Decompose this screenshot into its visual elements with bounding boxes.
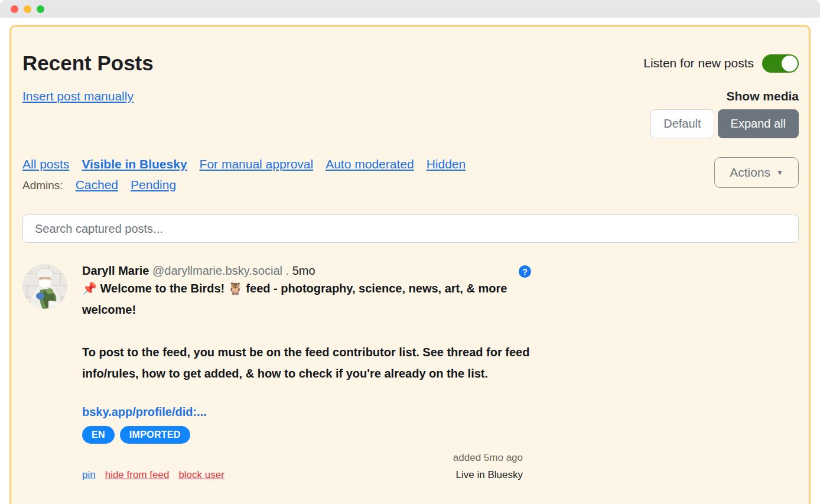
post-added-timestamp: added 5mo ago xyxy=(82,452,531,464)
filter-nav: All posts Visible in Bluesky For manual … xyxy=(22,157,466,192)
author-handle[interactable]: @daryllmarie.bsky.social xyxy=(152,264,282,277)
insert-post-link[interactable]: Insert post manually xyxy=(22,89,134,103)
chevron-down-icon: ▼ xyxy=(776,169,783,176)
post-text: 📌 Welcome to the Birds! 🦉 feed - photogr… xyxy=(82,278,531,384)
post-status: Live in Bluesky xyxy=(456,469,531,481)
post-content: Daryll Marie @daryllmarie.bsky.social . … xyxy=(82,264,531,481)
post-filter-tabs: All posts Visible in Bluesky For manual … xyxy=(22,157,466,171)
post-actions: pin hide from feed block user xyxy=(82,469,224,481)
admins-filter: Admins: Cached Pending xyxy=(22,178,466,192)
dot-separator: . xyxy=(286,264,289,277)
admins-label: Admins: xyxy=(22,179,63,192)
post-header: Daryll Marie @daryllmarie.bsky.social . … xyxy=(82,264,531,278)
header-row: Recent Posts Listen for new posts xyxy=(22,51,799,75)
hide-from-feed-link[interactable]: hide from feed xyxy=(105,469,170,481)
recent-posts-panel: Recent Posts Listen for new posts Insert… xyxy=(9,25,811,504)
tab-for-manual-approval[interactable]: For manual approval xyxy=(200,157,314,171)
actions-dropdown-button[interactable]: Actions ▼ xyxy=(714,157,799,188)
minimize-icon[interactable] xyxy=(24,5,31,13)
post-author-line: Daryll Marie @daryllmarie.bsky.social . … xyxy=(82,264,315,278)
imported-badge: IMPORTED xyxy=(120,426,190,444)
avatar-image-icon xyxy=(22,264,67,309)
show-media-buttons: Default Expand all xyxy=(650,109,799,138)
filter-row: All posts Visible in Bluesky For manual … xyxy=(22,157,799,192)
window-titlebar xyxy=(0,0,820,18)
post-item: Daryll Marie @daryllmarie.bsky.social . … xyxy=(22,264,799,481)
post-profile-link[interactable]: bsky.app/profile/did:... xyxy=(82,405,207,419)
language-badge: EN xyxy=(82,426,115,444)
zoom-icon[interactable] xyxy=(37,5,44,13)
actions-label: Actions xyxy=(730,165,770,180)
toolbar-row: Insert post manually Show media Default … xyxy=(22,89,799,138)
post-paragraph: To post to the feed, you must be on the … xyxy=(82,342,531,384)
listen-for-new-posts: Listen for new posts xyxy=(643,54,799,73)
page-title: Recent Posts xyxy=(22,51,154,75)
tab-admins-pending[interactable]: Pending xyxy=(131,178,176,192)
post-paragraph: 📌 Welcome to the Birds! 🦉 feed - photogr… xyxy=(82,278,531,320)
tab-all-posts[interactable]: All posts xyxy=(22,157,69,171)
tab-visible-in-bluesky[interactable]: Visible in Bluesky xyxy=(82,157,187,171)
show-media-controls: Show media Default Expand all xyxy=(650,89,799,138)
expand-all-button[interactable]: Expand all xyxy=(718,109,799,138)
tab-admins-cached[interactable]: Cached xyxy=(76,178,118,192)
close-icon[interactable] xyxy=(11,5,18,13)
toggle-knob-icon xyxy=(782,56,798,71)
block-user-link[interactable]: block user xyxy=(178,469,224,481)
post-badges: EN IMPORTED xyxy=(82,426,531,444)
show-media-label: Show media xyxy=(650,89,799,103)
post-age: 5mo xyxy=(292,264,315,277)
listen-label: Listen for new posts xyxy=(643,56,754,70)
default-button[interactable]: Default xyxy=(650,109,714,138)
author-name[interactable]: Daryll Marie xyxy=(82,264,149,277)
listen-toggle[interactable] xyxy=(762,54,799,73)
tab-auto-moderated[interactable]: Auto moderated xyxy=(326,157,414,171)
post-footer-row: pin hide from feed block user Live in Bl… xyxy=(82,469,531,481)
tab-hidden[interactable]: Hidden xyxy=(427,157,466,171)
search-input[interactable] xyxy=(22,214,799,243)
pin-action-link[interactable]: pin xyxy=(82,469,96,481)
help-icon[interactable]: ? xyxy=(519,265,531,278)
avatar[interactable] xyxy=(22,264,67,309)
